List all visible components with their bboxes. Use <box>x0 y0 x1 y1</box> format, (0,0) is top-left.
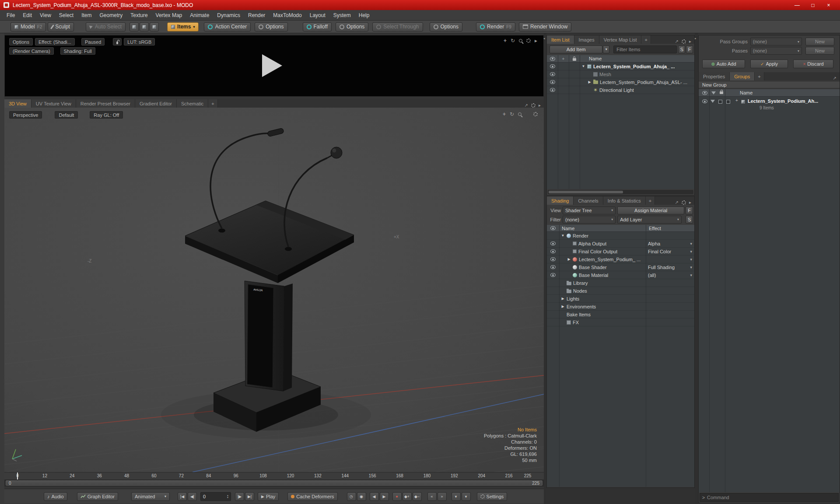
visibility-cell[interactable] <box>547 248 559 255</box>
key-options-dropdown[interactable]: ▾ <box>452 492 461 501</box>
render-button[interactable]: Render F9 <box>476 22 515 32</box>
goto-end-button[interactable]: ▶| <box>245 492 254 501</box>
shader-s-button[interactable]: S <box>686 216 693 224</box>
expand-icon[interactable]: ↗ <box>675 39 679 44</box>
add-item-button[interactable]: Add Item <box>550 46 602 53</box>
shader-row-final-color-output[interactable]: ▶Final Color OutputFinal Color▾ <box>547 248 694 256</box>
eye-icon[interactable] <box>550 249 556 253</box>
effect-cell[interactable] <box>646 232 694 239</box>
actor-button[interactable]: ◉ <box>357 492 366 501</box>
expand-icon[interactable]: ↗ <box>833 76 836 80</box>
discard-button[interactable]: × Discard <box>793 60 833 68</box>
disclosure-closed-icon[interactable]: ▶ <box>567 257 571 261</box>
shading-add-tab[interactable]: + <box>646 196 655 205</box>
menu-item-dynamics[interactable]: Dynamics <box>213 10 244 21</box>
model-mode-button[interactable]: Model F2 <box>10 22 46 32</box>
new-pass-button[interactable]: New <box>805 47 834 55</box>
shading-tab-shading[interactable]: Shading <box>547 196 574 205</box>
shader-row-library[interactable]: ▶Library <box>547 279 694 287</box>
timeline-tick-96[interactable]: 96 <box>234 473 238 478</box>
maximize-button[interactable]: □ <box>805 0 821 10</box>
gear-icon[interactable] <box>533 112 538 116</box>
preview-shading-button[interactable]: Shading: Full <box>60 47 95 55</box>
camera-view-button[interactable]: Perspective <box>9 111 42 119</box>
flag-cell[interactable] <box>569 70 580 78</box>
flag-cell[interactable] <box>569 78 580 86</box>
visibility-cell[interactable] <box>547 271 559 279</box>
expand-icon[interactable]: ↗ <box>525 103 528 108</box>
visibility-cell[interactable] <box>547 78 558 86</box>
select-edges-button[interactable] <box>140 22 149 32</box>
menu-item-layout[interactable]: Layout <box>306 10 329 21</box>
visibility-cell[interactable] <box>547 86 558 94</box>
viewport-tab-gradient-editor[interactable]: Gradient Editor <box>135 99 177 108</box>
anim-mode-dropdown[interactable]: Animated ▾ <box>131 492 170 501</box>
sculpt-mode-button[interactable]: Sculpt <box>48 22 74 32</box>
effect-cell[interactable]: ▾ <box>646 256 694 263</box>
filter-icon[interactable] <box>710 100 715 103</box>
eye-icon[interactable] <box>550 88 555 92</box>
raygl-button[interactable]: Ray GL: Off <box>90 111 123 119</box>
lock-cell[interactable] <box>558 63 569 70</box>
timeline-tick-84[interactable]: 84 <box>206 473 211 478</box>
close-button[interactable]: × <box>821 0 836 10</box>
groups-add-tab[interactable]: + <box>755 72 764 80</box>
rotate-icon[interactable]: ↻ <box>510 111 514 117</box>
action-center-options-button[interactable]: Options <box>255 22 287 32</box>
flag-cell[interactable] <box>569 63 580 70</box>
shading-tab-channels[interactable]: Channels <box>574 196 603 205</box>
menu-item-edit[interactable]: Edit <box>19 10 36 21</box>
panel-menu-icon[interactable]: ▸ <box>535 38 537 44</box>
select-through-options-button[interactable]: Options <box>430 22 462 32</box>
assign-material-button[interactable]: Assign Material <box>617 206 684 214</box>
menu-item-view[interactable]: View <box>36 10 55 21</box>
timeline-tick-24[interactable]: 24 <box>70 473 74 478</box>
add-item-dropdown-icon[interactable]: ▾ <box>603 46 609 53</box>
lectern-column[interactable]: AHUJA <box>245 281 293 391</box>
select-vertices-button[interactable] <box>130 22 139 32</box>
eye-icon[interactable] <box>702 99 707 103</box>
gear-icon[interactable] <box>526 38 531 43</box>
menu-item-texture[interactable]: Texture <box>126 10 151 21</box>
filter-items-input[interactable]: Filter Items <box>613 46 677 53</box>
shader-row-alpha-output[interactable]: ▶Alpha OutputAlpha▾ <box>547 240 694 248</box>
command-input[interactable]: Command <box>707 495 729 500</box>
auto-select-button[interactable]: Auto Select <box>86 22 126 32</box>
menu-item-render[interactable]: Render <box>244 10 269 21</box>
menu-item-vertex-map[interactable]: Vertex Map <box>152 10 186 21</box>
effect-cell[interactable] <box>646 318 694 326</box>
shader-row-bake-items[interactable]: ▶Bake Items <box>547 311 694 318</box>
preview-lock-button[interactable] <box>113 38 122 46</box>
shader-view-dropdown[interactable]: Shader Tree ▾ <box>563 206 616 214</box>
visibility-cell[interactable] <box>547 318 559 326</box>
visibility-cell[interactable] <box>547 303 559 310</box>
item-list-tab-vertex-map-list[interactable]: Vertex Map List <box>599 35 642 44</box>
eye-icon[interactable] <box>550 72 555 76</box>
time-options-button[interactable]: ◷ <box>347 492 356 501</box>
preview-options-button[interactable]: Options <box>9 38 33 46</box>
viewport-add-tab[interactable]: + <box>208 99 217 108</box>
eye-icon[interactable] <box>550 257 556 261</box>
effect-cell[interactable] <box>646 311 694 318</box>
timeline-tick-144[interactable]: 144 <box>341 473 349 478</box>
effect-cell[interactable] <box>646 287 694 294</box>
item-row-directional-light[interactable]: ▶Directional Light <box>547 86 694 94</box>
menu-item-system[interactable]: System <box>329 10 355 21</box>
cache-deformers-button[interactable]: Cache Deformers <box>287 492 337 501</box>
effect-cell[interactable]: (all)▾ <box>646 271 694 279</box>
preview-camera-button[interactable]: (Render Camera) <box>9 47 54 55</box>
timeline-range-bar[interactable]: 0 225 <box>4 480 544 486</box>
new-group-button[interactable]: New Group <box>699 81 840 88</box>
action-center-button[interactable]: Action Center <box>204 22 251 32</box>
timeline-tick-0[interactable]: 0 <box>16 473 19 478</box>
item-list-tab-images[interactable]: Images <box>574 35 599 44</box>
dropdown-arrow-icon[interactable]: ▾ <box>690 257 692 262</box>
shader-row-render[interactable]: ▼Render <box>547 232 694 240</box>
timeline-range-thumb[interactable]: 0 225 <box>6 480 542 486</box>
timeline-tick-36[interactable]: 36 <box>97 473 102 478</box>
gear-icon[interactable] <box>531 103 536 108</box>
pan-icon[interactable]: + <box>504 38 507 44</box>
item-row-lectern-system-podium-ahuja-asl[interactable]: ▶Lectern_System_Podium_Ahuja_ASL- ... <box>547 78 694 86</box>
panel-menu-icon[interactable]: ▸ <box>539 103 541 108</box>
item-list-hscrollbar[interactable] <box>548 190 693 194</box>
